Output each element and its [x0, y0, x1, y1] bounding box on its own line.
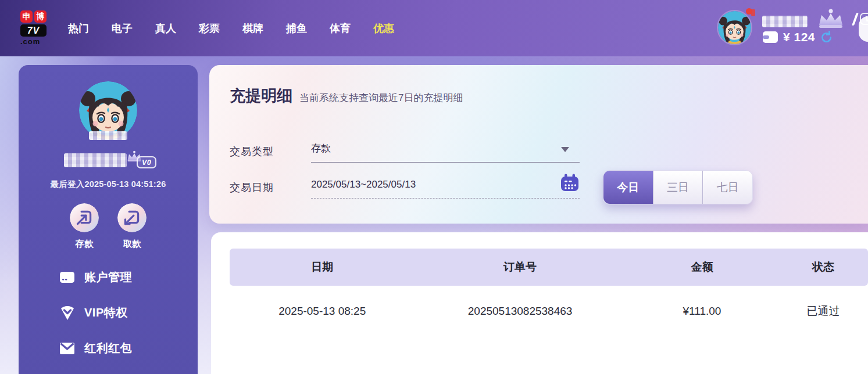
withdraw-label: 取款: [123, 238, 141, 250]
vip-shield-icon: [59, 305, 75, 321]
notification-badge-icon: [751, 9, 755, 16]
sidebar-item-vip-label: VIP特权: [84, 305, 128, 321]
transaction-date-label: 交易日期: [230, 181, 311, 195]
nav-item-lottery[interactable]: 彩票: [199, 21, 220, 35]
range-3day-button[interactable]: 三日: [653, 171, 703, 204]
sidebar-item-vip[interactable]: VIP特权: [59, 305, 132, 321]
balance-row: ¥ 124: [762, 29, 833, 45]
chevron-down-icon: [561, 147, 569, 152]
wallet-icon: [762, 31, 778, 44]
brand-badges: 申 博: [20, 10, 66, 23]
brand-badge-2: 博: [34, 10, 47, 23]
refresh-balance-button[interactable]: [820, 31, 833, 44]
transaction-date-row: 交易日期 2025/05/13~2025/05/13: [230, 179, 580, 196]
transaction-date-value: 2025/05/13~2025/05/13: [311, 176, 580, 193]
top-nav: 申 博 7V .com 热门 电子 真人 彩票 棋牌 捕鱼 体育 优惠: [0, 0, 868, 56]
sidebar-menu: 账户管理 VIP特权 红利红包: [59, 269, 132, 356]
username-redacted: [762, 16, 808, 27]
col-header-amount: 金额: [626, 260, 779, 275]
calendar-icon: [560, 173, 580, 195]
range-7day-button[interactable]: 七日: [703, 171, 752, 204]
cell-date: 2025-05-13 08:25: [230, 305, 415, 318]
main-nav: 热门 电子 真人 彩票 棋牌 捕鱼 体育 优惠: [68, 0, 394, 56]
cell-amount: ¥111.00: [626, 305, 779, 318]
sidebar-avatar[interactable]: [79, 81, 137, 139]
balance-amount: ¥ 124: [783, 30, 815, 44]
range-today-button[interactable]: 今日: [603, 171, 653, 204]
app-root: 申 博 7V .com 热门 电子 真人 彩票 棋牌 捕鱼 体育 优惠: [0, 0, 868, 374]
nav-item-slots[interactable]: 电子: [112, 21, 133, 35]
records-table-card: 日期 订单号 金额 状态 2025-05-13 08:25 2025051308…: [211, 232, 868, 374]
sidebar-item-bonus[interactable]: 红利红包: [59, 340, 132, 356]
user-avatar[interactable]: [718, 11, 751, 44]
withdraw-icon: [117, 203, 147, 232]
table-row: 2025-05-13 08:25 20250513082538463 ¥111.…: [230, 286, 868, 337]
cell-order-no: 20250513082538463: [415, 305, 625, 318]
sidebar-vip-level-badge: V0: [137, 156, 156, 168]
nav-item-sports[interactable]: 体育: [330, 21, 351, 35]
brand-name: 7V: [20, 24, 47, 37]
transaction-type-label: 交易类型: [230, 145, 311, 159]
page-header: 充提明细 当前系统支持查询最近7日的充提明细: [230, 85, 463, 106]
nav-item-fishing[interactable]: 捕鱼: [286, 21, 307, 35]
deposit-icon: [70, 203, 99, 232]
red-packet-envelope-icon: [59, 342, 75, 355]
sidebar-item-account-label: 账户管理: [84, 269, 132, 285]
date-underline: [311, 198, 580, 199]
col-header-order-no: 订单号: [415, 260, 625, 275]
header-user-cluster: V0 ¥ 124: [694, 0, 868, 56]
nav-item-promos[interactable]: 优惠: [373, 21, 394, 35]
filter-card: 充提明细 当前系统支持查询最近7日的充提明细 交易类型 存款 交易日期 2025…: [209, 65, 868, 224]
deposit-button[interactable]: 存款: [70, 203, 99, 250]
refresh-icon: [820, 31, 833, 44]
transaction-type-select[interactable]: 存款: [311, 140, 580, 163]
brand-tld: .com: [20, 37, 66, 46]
col-header-status: 状态: [778, 260, 868, 275]
deposit-label: 存款: [76, 238, 94, 250]
sidebar-quick-actions: 存款 取款: [19, 203, 198, 250]
last-login-text: 最后登入2025-05-13 04:51:26: [19, 179, 198, 190]
avatar-redacted-strip: [89, 131, 127, 140]
nav-item-live[interactable]: 真人: [155, 21, 176, 35]
col-header-date: 日期: [230, 260, 415, 275]
wallet-card-icon: [59, 271, 75, 284]
date-range-button-group: 今日 三日 七日: [603, 170, 753, 204]
table-header-row: 日期 订单号 金额 状态: [230, 249, 868, 286]
page-subtitle: 当前系统支持查询最近7日的充提明细: [299, 91, 463, 105]
sidebar-username-redacted: [64, 153, 127, 167]
select-underline: [311, 162, 580, 163]
floating-widget-partial[interactable]: [859, 16, 868, 42]
sidebar: V0 最后登入2025-05-13 04:51:26 存款: [19, 65, 198, 374]
transaction-type-row: 交易类型 存款: [230, 143, 580, 160]
nav-item-hot[interactable]: 热门: [68, 21, 89, 35]
sidebar-item-bonus-label: 红利红包: [84, 340, 132, 356]
sidebar-item-account[interactable]: 账户管理: [59, 269, 132, 285]
brand-badge-1: 申: [20, 10, 33, 23]
nav-item-cards[interactable]: 棋牌: [242, 21, 263, 35]
brand-logo[interactable]: 申 博 7V .com: [20, 10, 66, 46]
transaction-type-value: 存款: [311, 140, 580, 157]
vip-crown-icon: [811, 8, 853, 29]
page-title: 充提明细: [230, 85, 292, 106]
transaction-date-picker[interactable]: 2025/05/13~2025/05/13: [311, 176, 580, 199]
cell-status: 已通过: [778, 304, 868, 319]
withdraw-button[interactable]: 取款: [117, 203, 147, 250]
